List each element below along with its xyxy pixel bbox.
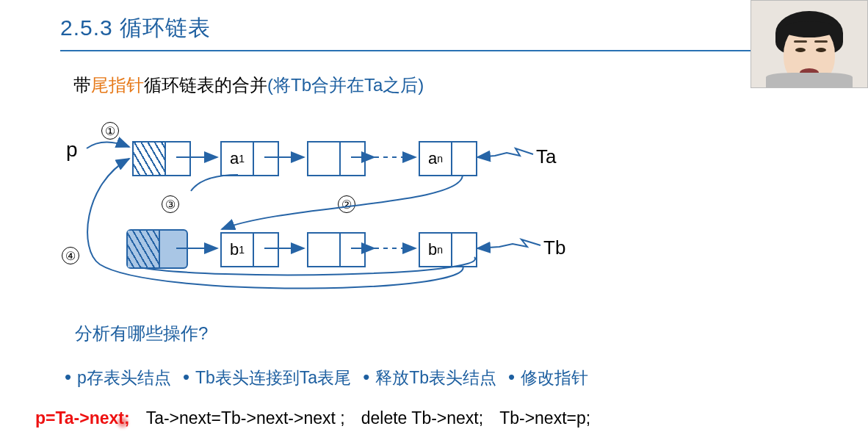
- linked-list-diagram: p ① ② ③ ④ a1 an Ta b1 bn Tb: [66, 110, 595, 305]
- operations-row: p存表头结点 Tb表头连接到Ta表尾 释放Tb表头结点 修改指针: [57, 366, 588, 389]
- op-2: Tb表头连接到Ta表尾: [176, 366, 351, 389]
- subtitle-mid: 循环链表的合并: [144, 75, 267, 95]
- op-4: 修改指针: [501, 366, 588, 389]
- code-3: delete Tb->next;: [361, 408, 483, 428]
- code-4: Tb->next=p;: [499, 408, 590, 428]
- title-underline: [60, 50, 842, 51]
- title-row: 2.5.3 循环链表: [0, 0, 868, 49]
- laser-pointer-dot: [117, 417, 128, 428]
- op-1: p存表头结点: [57, 366, 171, 389]
- subtitle-paren: (将Tb合并在Ta之后): [267, 75, 424, 95]
- subtitle: 带尾指针循环链表的合并(将Tb合并在Ta之后): [73, 73, 424, 97]
- op-3: 释放Tb表头结点: [355, 366, 496, 389]
- diagram-arrows: [66, 110, 595, 305]
- code-2: Ta->next=Tb->next->next ;: [146, 408, 345, 428]
- subtitle-pre: 带: [73, 75, 91, 95]
- section-title: 2.5.3 循环链表: [60, 13, 211, 43]
- analysis-question: 分析有哪些操作?: [75, 322, 208, 345]
- subtitle-highlight: 尾指针: [91, 75, 144, 95]
- code-1: p=Ta->next;: [35, 408, 130, 428]
- presenter-webcam: [751, 0, 868, 88]
